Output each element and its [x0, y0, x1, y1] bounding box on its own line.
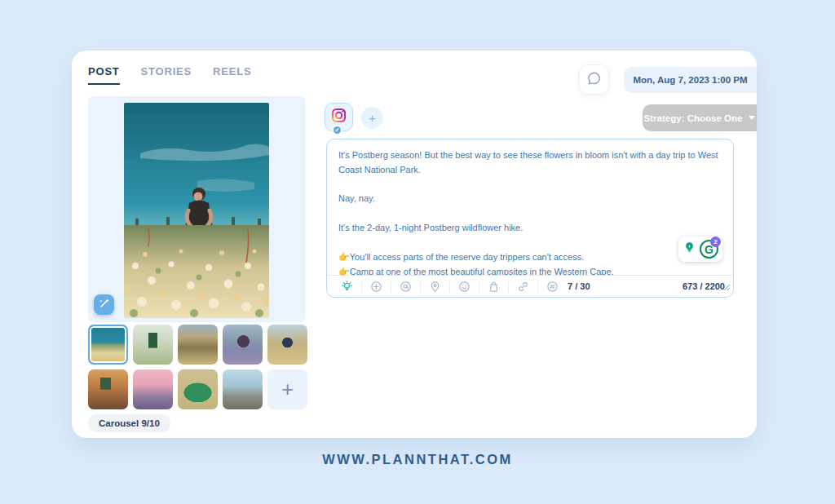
toolbar-divider — [479, 281, 479, 292]
content-type-tabs: POST STORIES REELS — [88, 65, 251, 85]
tab-stories[interactable]: STORIES — [141, 65, 192, 85]
toolbar-divider — [537, 281, 538, 292]
strategy-dropdown[interactable]: Strategy: Choose One — [643, 104, 757, 131]
edit-image-button[interactable] — [94, 294, 114, 315]
post-image-preview[interactable] — [124, 103, 269, 318]
shopping-bag-icon[interactable] — [482, 281, 506, 293]
caption-toolbar: 7 / 30 673 / 2200 — [327, 275, 733, 297]
post-editor-card: POST STORIES REELS Mon, Aug 7, 2023 1:00… — [72, 51, 757, 438]
character-counter: 673 / 2200 — [683, 281, 725, 291]
tab-post[interactable]: POST — [88, 65, 120, 85]
magic-wand-icon — [99, 298, 109, 312]
grammarly-g-icon[interactable]: G 2 — [700, 240, 718, 259]
link-icon[interactable] — [511, 281, 535, 293]
toolbar-divider — [508, 281, 509, 292]
carousel-thumbnail-4[interactable] — [223, 325, 263, 365]
site-url: WWW.PLANNTHAT.COM — [0, 452, 835, 467]
tab-reels[interactable]: REELS — [213, 65, 251, 85]
media-preview-panel — [88, 96, 306, 322]
mention-icon[interactable] — [394, 281, 418, 293]
carousel-thumbnail-7[interactable] — [133, 369, 173, 409]
chevron-down-icon — [749, 116, 755, 120]
toolbar-divider — [449, 281, 450, 292]
strategy-dropdown-label: Strategy: Choose One — [644, 113, 743, 123]
carousel-thumbnail-6[interactable] — [88, 369, 128, 409]
add-circle-icon[interactable] — [364, 281, 388, 293]
schedule-datetime-badge[interactable]: Mon, Aug 7, 2023 1:00 PM — [624, 67, 757, 93]
connected-check-icon: ✓ — [332, 125, 342, 135]
carousel-thumbnails: + — [88, 325, 307, 409]
resize-handle-icon[interactable] — [723, 280, 731, 294]
carousel-thumbnail-1[interactable] — [88, 325, 128, 365]
comments-button[interactable] — [579, 64, 609, 95]
toolbar-divider — [361, 281, 362, 292]
caption-textarea[interactable]: It's Postberg season! But the best way t… — [327, 139, 733, 275]
speech-bubble-icon — [585, 70, 603, 90]
toolbar-divider — [420, 281, 421, 292]
carousel-thumbnail-3[interactable] — [178, 325, 218, 365]
hashtag-icon[interactable] — [541, 281, 564, 293]
add-media-button[interactable]: + — [267, 369, 307, 409]
caption-composer: It's Postberg season! But the best way t… — [326, 139, 734, 298]
grammarly-alert-count-badge: 2 — [710, 237, 721, 247]
carousel-thumbnail-5[interactable] — [267, 325, 307, 365]
instagram-icon — [331, 108, 347, 126]
carousel-thumbnail-8[interactable] — [178, 369, 218, 409]
caption-ideas-lightbulb-icon[interactable] — [335, 281, 359, 293]
grammarly-lightbulb-icon[interactable] — [683, 241, 696, 258]
emoji-icon[interactable] — [453, 281, 476, 293]
hashtag-counter: 7 / 30 — [568, 281, 590, 291]
grammarly-widget: G 2 — [678, 237, 722, 262]
carousel-thumbnail-2[interactable] — [133, 325, 173, 365]
toolbar-divider — [391, 281, 391, 292]
add-social-profile-button[interactable]: + — [361, 107, 383, 129]
carousel-count-badge: Carousel 9/10 — [88, 414, 170, 432]
location-pin-icon[interactable] — [423, 281, 447, 293]
carousel-thumbnail-9[interactable] — [223, 369, 263, 409]
instagram-account-chip[interactable]: ✓ — [325, 103, 353, 131]
